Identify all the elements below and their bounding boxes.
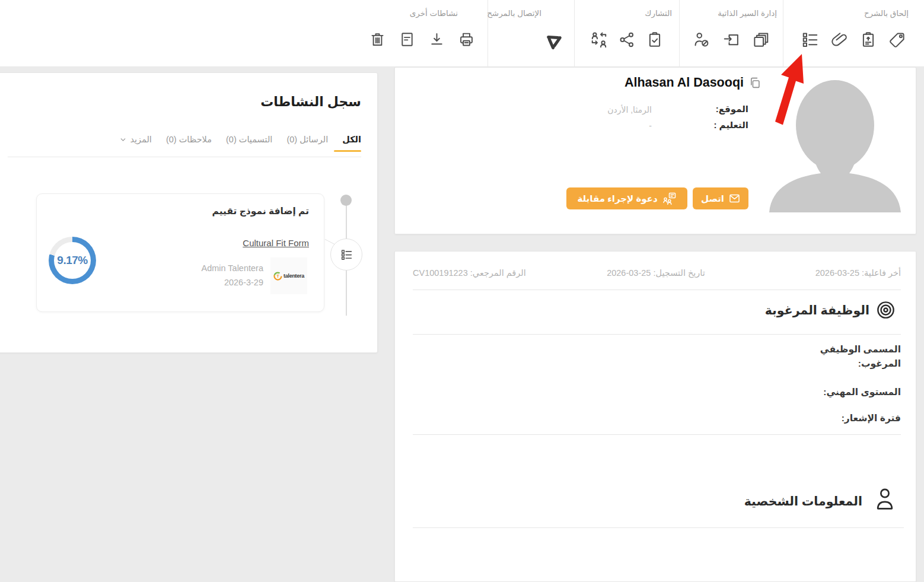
printer-icon[interactable] [458,31,475,48]
desired-job-title: الوظيفة المرغوبة [765,303,869,317]
toolbar-group-cv-management: إدارة السير الذاتية [679,0,783,66]
toolbar-group-other-label: نشاطات أخرى [410,8,458,18]
envelope-icon [729,193,740,204]
toolbar-group-contact-label: الإتصال بالمرشح [487,8,541,18]
interview-icon [662,192,677,206]
trash-icon[interactable] [369,31,386,48]
activity-card-author: Admin Talentera [201,261,263,275]
education-label: التعليم : [713,117,748,133]
meta-reference-label: الرقم المرجعي: [470,268,526,278]
person-icon [874,486,896,511]
toolbar-group-share: التشارك [574,0,679,66]
send-triangle-icon[interactable] [543,31,565,52]
invite-interview-button[interactable]: دعوة لإجراء مقابلة [566,187,687,209]
meta-last-activity-value: 25-03-2026 [815,268,859,278]
contact-label: اتصل [701,193,724,204]
activity-card-date: 2026-3-29 [201,275,263,290]
meta-registration-value: 25-03-2026 [607,268,651,278]
activity-card-meta: Admin Talentera 2026-3-29 [201,261,263,290]
location-label: الموقع: [713,101,748,117]
avatar [764,68,906,212]
education-value: - [607,118,652,134]
folder-move-icon[interactable] [722,31,740,49]
paperclip-icon[interactable] [830,31,848,49]
toolbar-group-attach: إلحاق بالشرح [783,0,924,66]
toolbar-group-cv-label: إدارة السير الذاتية [718,8,777,18]
list-icon [340,249,353,261]
timeline-node [330,238,362,271]
tabs-divider [8,157,361,157]
svg-text:T: T [276,273,279,279]
activity-card-form-link[interactable]: Cultural Fit Form [243,238,309,248]
candidate-name: Alhasan Al Dasooqi [625,75,744,90]
toolbar-group-contact: الإتصال بالمرشح [488,0,574,66]
share-nodes-icon[interactable] [618,31,636,49]
talentera-logo: T talentera [270,257,307,294]
activity-card-title: تم إضافة نموذج تقييم [212,206,309,217]
talentera-logo-icon: T [273,272,282,281]
desired-job-field-label: المسمى الوظيفي المرغوب: [806,342,901,371]
tag-icon[interactable] [888,31,906,49]
meta-last-activity: أخر فاعلية: 25-03-2026 [815,268,901,278]
target-icon [875,300,896,320]
divider [413,434,901,435]
meta-reference-number: الرقم المرجعي: CV100191223 [413,268,526,278]
divider [413,334,901,335]
notice-period-field-label: فترة الإشعار: [842,411,901,425]
activity-card: تم إضافة نموذج تقييم Cultural Fit Form A… [36,193,324,312]
score-value: 9.17% [49,237,96,284]
activity-log-title: سجل النشاطات [260,94,361,110]
tab-labels[interactable]: التسميات (0) [226,135,272,144]
toolbar-group-share-label: التشارك [645,8,672,18]
profile-labels: الموقع: التعليم : [713,101,748,133]
profile-card: Alhasan Al Dasooqi الموقع: التعليم : الر… [394,67,916,234]
meta-reference-value: CV100191223 [413,268,468,278]
timeline-dot [340,195,352,206]
toolbar-group-attach-label: إلحاق بالشرح [864,8,909,18]
activity-tabs: الكل الرسائل (0) التسميات (0) ملاحظات (0… [119,135,361,144]
meta-registration-label: تاريخ التسجيل: [653,268,705,278]
contact-button[interactable]: اتصل [693,187,748,209]
tab-notes[interactable]: ملاحظات (0) [166,135,212,144]
meta-last-activity-label: أخر فاعلية: [862,268,901,278]
tab-more-label: المزيد [130,135,151,144]
timeline-connector [325,239,334,244]
talentera-logo-text: talentera [283,273,304,279]
avatar-silhouette [764,68,906,212]
details-card: أخر فاعلية: 25-03-2026 تاريخ التسجيل: 25… [394,251,916,582]
career-level-field-label: المستوى المهني: [823,385,901,399]
tab-all[interactable]: الكل [342,135,361,144]
location-value: الرمثا, الأردن [607,102,652,118]
document-icon[interactable] [399,31,416,48]
download-icon[interactable] [428,31,445,48]
toolbar-group-other: نشاطات أخرى [356,0,488,66]
list-icon[interactable] [801,31,819,49]
copy-icon[interactable] [748,77,761,89]
chevron-down-icon [119,136,127,144]
divider [413,527,904,528]
tab-messages[interactable]: الرسائل (0) [286,135,328,144]
copy-stack-icon[interactable] [752,31,770,49]
tab-more[interactable]: المزيد [119,135,151,144]
activity-log-panel: سجل النشاطات الكل الرسائل (0) التسميات (… [0,72,378,353]
toolbar: إلحاق بالشرح إدارة السير الذاتية [0,0,924,67]
person-swap-icon[interactable] [590,31,608,49]
score-donut: 9.17% [49,237,96,284]
clipboard-upload-icon[interactable] [859,31,877,49]
profile-values: الرمثا, الأردن - [607,102,652,134]
person-blocked-icon[interactable] [693,31,710,49]
clipboard-check-icon[interactable] [646,31,664,49]
meta-registration-date: تاريخ التسجيل: 25-03-2026 [591,268,721,278]
divider [413,290,901,290]
personal-info-title: المعلومات الشخصية [744,494,862,508]
invite-interview-label: دعوة لإجراء مقابلة [577,193,657,204]
